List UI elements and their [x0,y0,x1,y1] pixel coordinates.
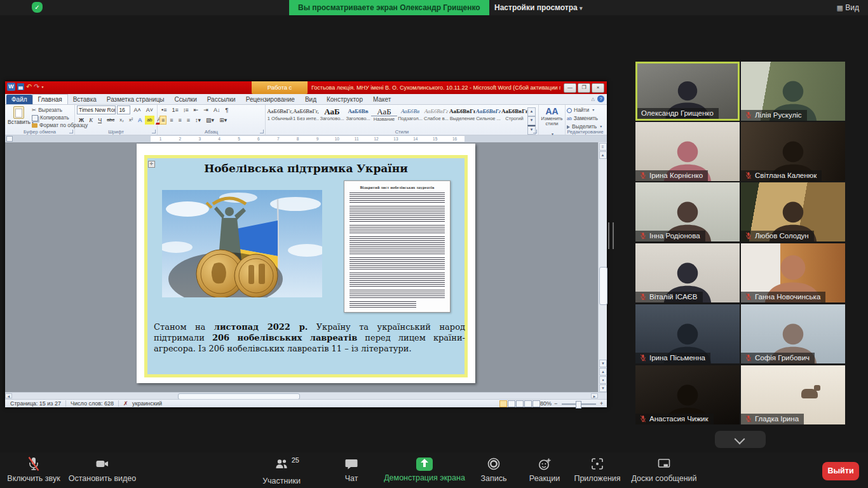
browse-object-button[interactable]: ● [599,376,607,384]
page-indicator[interactable]: Страница: 15 из 27 [10,400,61,407]
participants-button[interactable]: 25 Участники [249,456,314,485]
chat-button[interactable]: Чат [330,456,372,483]
tab-selector[interactable] [6,136,13,142]
align-center-button[interactable]: ≡ [168,116,175,125]
align-right-button[interactable]: ≡ [177,116,184,125]
participant-tile[interactable]: Ганна Новочинська [741,243,845,302]
previous-page-button[interactable]: ▲ [599,368,607,376]
horizontal-scrollbar[interactable]: ◄ ► [5,392,607,399]
borders-button[interactable]: ⊞▾ [217,116,229,125]
tab-view[interactable]: Вид [300,95,322,104]
record-button[interactable]: Запись [473,456,515,483]
help-icon[interactable]: ? [597,95,604,102]
gallery-resize-handle[interactable] [608,222,614,249]
redo-icon[interactable]: ↷ [34,83,39,91]
superscript-button[interactable]: х² [127,116,135,125]
zoom-in-button[interactable]: + [600,400,603,407]
participant-tile[interactable]: Олександр Грищенко [635,62,740,121]
unmute-button[interactable]: Включить звук [5,456,62,483]
highlight-button[interactable]: ab [145,116,154,125]
numbering-button[interactable]: 1≡ [170,105,180,114]
find-button[interactable]: Найти ▾ [567,107,604,114]
document-page[interactable]: ✛ Нобелівська підтримка України [137,144,475,383]
bullets-button[interactable]: •≡ [159,105,168,114]
tab-references[interactable]: Ссылки [170,95,202,104]
subscript-button[interactable]: х₂ [118,116,126,125]
share-screen-button[interactable]: Демонстрация экрана [381,456,468,482]
leave-button[interactable]: Выйти [822,462,859,480]
strikethrough-button[interactable]: abc [105,116,116,125]
collapse-ribbon-icon[interactable]: △ [592,97,595,102]
increase-indent-button[interactable]: ⇥ [201,105,210,114]
security-shield-icon[interactable]: ✓ [32,2,43,13]
tab-file[interactable]: Файл [6,95,32,104]
scroll-left-arrow[interactable]: ◄ [5,393,12,398]
reactions-button[interactable]: Реакции [524,456,566,483]
save-icon[interactable] [17,83,24,90]
tab-page-layout[interactable]: Разметка страницы [102,95,170,104]
zoom-level[interactable]: 80% [540,400,552,407]
undo-icon[interactable]: ↶ [26,83,32,91]
gallery-next-page-button[interactable] [715,431,766,448]
language-indicator[interactable]: украинский [132,400,162,407]
view-settings-menu[interactable]: Настройки просмотра ▾ [488,0,589,15]
apps-button[interactable]: Приложения [569,456,625,483]
scroll-down-arrow[interactable]: ▼ [599,360,607,367]
bold-button[interactable]: Ж [77,116,86,125]
word-title-bar[interactable]: W ↶ ↷ ▾ Работа с таблицами Гостьова лекц… [5,81,607,94]
word-count[interactable]: Число слов: 628 [71,400,114,407]
participant-tile[interactable]: Любов Солодун [741,182,845,241]
shading-button[interactable]: ▨▾ [204,116,216,125]
italic-button[interactable]: К [87,116,95,125]
vertical-scrollbar[interactable]: ≡ ▲ ▼ ▲ ● ▼ [598,142,607,392]
next-page-button[interactable]: ▼ [599,384,607,392]
tab-design[interactable]: Конструктор [322,95,368,104]
font-name-select[interactable]: Times New Rom [77,105,116,114]
align-left-button[interactable]: ≡ [159,116,166,125]
zoom-slider-thumb[interactable] [576,401,581,409]
participant-tile[interactable]: Гладка Ірина [741,365,845,424]
participant-tile[interactable]: Інна Родіонова [635,182,740,241]
tab-mailings[interactable]: Рассылки [202,95,241,104]
tab-insert[interactable]: Вставка [68,95,102,104]
tab-review[interactable]: Рецензирование [241,95,300,104]
line-spacing-button[interactable]: ↕▾ [193,116,203,125]
tab-home[interactable]: Главная [32,94,68,104]
qat-dropdown-icon[interactable]: ▾ [41,85,43,89]
show-marks-button[interactable]: ¶ [223,105,230,114]
multilevel-list-button[interactable]: ⁝≡ [182,105,191,114]
underline-button[interactable]: Ч [96,116,104,125]
replace-button[interactable]: abЗаменить [567,115,604,122]
justify-button[interactable]: ≡ [185,116,192,125]
participant-tile[interactable]: Світлана Каленюк [741,122,845,181]
clipboard-dialog-launcher[interactable] [69,130,73,133]
font-dialog-launcher[interactable] [152,130,156,133]
participant-tile[interactable]: Віталій ІСАЄВ [635,243,740,302]
word-app-icon[interactable]: W [7,83,15,91]
vertical-scroll-thumb[interactable] [599,267,607,305]
participant-tile[interactable]: Анастасия Чижик [635,365,740,424]
horizontal-ruler[interactable]: 12345678910111213141516 [5,135,607,142]
scroll-right-arrow[interactable]: ► [591,393,598,398]
close-button[interactable]: × [592,83,604,93]
zoom-slider[interactable] [562,403,596,405]
participant-tile[interactable]: Лілія Рускуліс [741,62,845,121]
restore-button[interactable]: ❐ [578,83,590,93]
table-tools-context-tab[interactable]: Работа с таблицами [252,81,308,94]
decrease-indent-button[interactable]: ⇤ [192,105,201,114]
styles-dialog-launcher[interactable] [533,130,537,133]
spellcheck-icon[interactable]: ✗ [123,400,128,407]
stop-video-button[interactable]: Остановить видео [67,456,137,483]
zoom-out-button[interactable]: − [554,400,557,407]
change-styles-button[interactable]: Изменить стили [539,116,565,126]
grow-font-button[interactable]: А˄ [132,105,142,114]
text-effects-button[interactable]: А [136,116,144,125]
participant-tile[interactable]: Ірина Пісьменна [635,304,740,363]
participant-tile[interactable]: Ірина Корнієнко [635,122,740,181]
paragraph-dialog-launcher[interactable] [260,130,264,133]
view-mode-buttons[interactable] [499,400,541,407]
sort-button[interactable]: А↓ [212,105,222,114]
document-area[interactable]: ✛ Нобелівська підтримка України [5,142,598,392]
view-button[interactable]: ▦ Вид [833,1,863,15]
ruler-toggle-icon[interactable]: ≡ [599,143,607,151]
